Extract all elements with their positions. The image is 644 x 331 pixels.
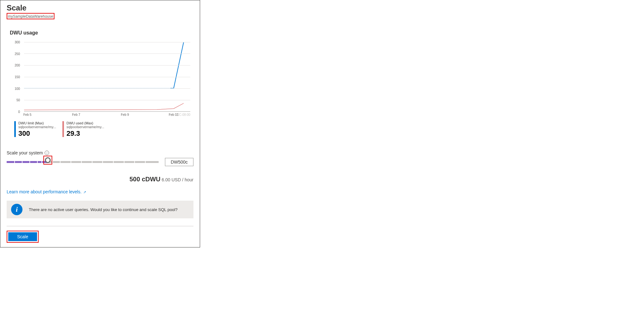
info-icon[interactable]: i [45, 151, 49, 155]
learn-more-link[interactable]: Learn more about performance levels. ↗ [7, 189, 86, 194]
legend-value: 29.3 [66, 129, 104, 138]
scale-section: Scale your system i DW500c [0, 138, 200, 166]
chart-legend: DWU limit (Max) sqlpoolservername/my... … [0, 118, 200, 138]
subtitle-highlight: mySampleDataWarehouse [7, 13, 54, 19]
legend-item-limit: DWU limit (Max) sqlpoolservername/my... … [14, 121, 56, 138]
banner-text: There are no active user queries. Would … [29, 207, 178, 212]
info-banner: i There are no active user queries. Woul… [7, 201, 193, 218]
cost-display: 500 cDWU 6.00 USD / hour [0, 166, 200, 183]
legend-color-bar [14, 121, 16, 137]
info-icon: i [11, 204, 22, 215]
scale-button[interactable]: Scale [8, 232, 37, 241]
slider-label: Scale your system [7, 150, 43, 155]
panel-header: Scale mySampleDataWarehouse [0, 0, 200, 21]
slider-thumb[interactable] [45, 157, 51, 163]
legend-title: DWU limit (Max) [18, 121, 56, 125]
cost-price: 6.00 USD / hour [162, 177, 193, 182]
chart-y-axis: 050100150200250300 [7, 42, 22, 112]
scale-panel: Scale mySampleDataWarehouse DWU usage 05… [0, 0, 200, 247]
scale-button-highlight: Scale [7, 231, 39, 243]
dwu-value-box[interactable]: DW500c [165, 158, 193, 166]
usage-title: DWU usage [0, 21, 200, 36]
dwu-slider[interactable] [7, 159, 159, 165]
legend-title: DWU used (Max) [66, 121, 104, 125]
slider-thumb-highlight [43, 156, 52, 165]
legend-color-bar [62, 121, 64, 137]
panel-footer: Scale [0, 226, 200, 247]
legend-sub: sqlpoolservername/my... [18, 125, 56, 129]
legend-sub: sqlpoolservername/my... [66, 125, 104, 129]
cost-dwu: 500 cDWU [129, 176, 161, 183]
chart-plot-area [24, 42, 190, 112]
page-title: Scale [7, 3, 193, 12]
external-link-icon: ↗ [83, 190, 86, 194]
legend-value: 300 [18, 129, 56, 138]
legend-item-used: DWU used (Max) sqlpoolservername/my... 2… [62, 121, 104, 138]
dwu-usage-chart: 050100150200250300 UTC-08:00 Feb 5Feb 7F… [0, 36, 200, 118]
resource-name: mySampleDataWarehouse [8, 14, 53, 19]
